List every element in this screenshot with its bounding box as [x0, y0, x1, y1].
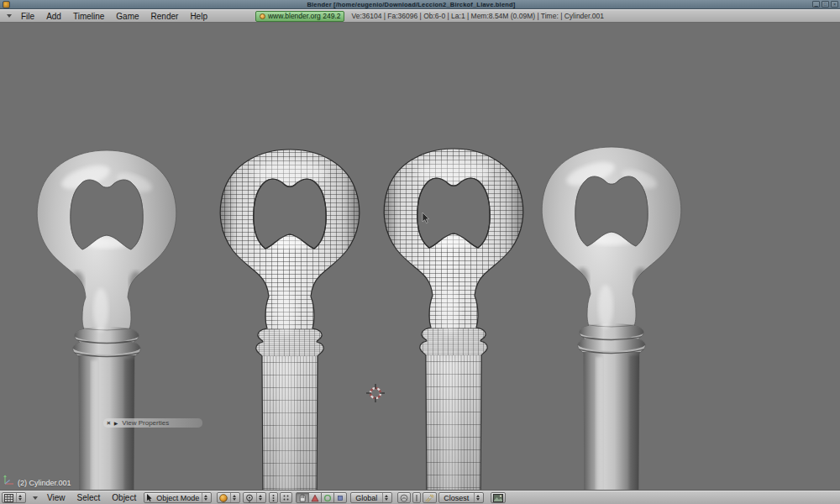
panel-expand-icon[interactable]: ▶: [114, 421, 118, 426]
blender-window: Blender [/home/eugenio/Download/Leccion2…: [0, 0, 840, 504]
menu-select[interactable]: Select: [71, 493, 107, 502]
blender-version-badge[interactable]: www.blender.org 249.2: [255, 11, 344, 22]
key-object-wireframe-2[interactable]: [382, 147, 525, 491]
rotate-circle-icon: [323, 494, 332, 502]
pivot-point-icon: [245, 494, 254, 502]
mode-dropdown-label: Object Mode: [156, 494, 199, 502]
mini-axis-gizmo-icon: [3, 473, 16, 486]
cursor-3d-icon: [366, 384, 385, 402]
mouse-cursor-icon: [423, 213, 429, 223]
menu-render[interactable]: Render: [145, 12, 185, 21]
menu-view[interactable]: View: [41, 493, 71, 502]
blender-org-icon: [260, 13, 265, 19]
view-properties-panel[interactable]: × ▶ View Properties: [103, 418, 202, 428]
menu-file[interactable]: File: [15, 12, 40, 21]
key-object-smooth-1[interactable]: [37, 150, 176, 491]
proportional-edit-button[interactable]: [397, 492, 411, 503]
menu-add[interactable]: Add: [40, 12, 67, 21]
viewport-header-collapse-icon[interactable]: [33, 496, 38, 500]
falloff-button[interactable]: [412, 492, 421, 503]
menu-help[interactable]: Help: [184, 12, 213, 21]
close-button[interactable]: ×: [831, 1, 838, 8]
manipulator-rotate-toggle[interactable]: [321, 492, 334, 503]
proportional-edit-icon: [400, 494, 408, 502]
viewport-header: View Select Object Object Mode: [0, 491, 840, 504]
manipulator-translate-toggle[interactable]: [308, 492, 322, 503]
scale-square-icon: [336, 494, 344, 502]
render-image-icon: [493, 494, 503, 502]
orientation-stepper[interactable]: [382, 493, 390, 502]
mode-stepper[interactable]: [202, 493, 209, 502]
editor-type-button[interactable]: [2, 492, 26, 503]
header-collapse-icon[interactable]: [7, 14, 12, 18]
active-object-label: (2) Cylinder.001: [18, 479, 71, 487]
draw-type-stepper[interactable]: [230, 493, 238, 502]
menu-game[interactable]: Game: [110, 12, 144, 21]
snap-mode-label: Closest: [441, 494, 471, 502]
draw-type-dropdown[interactable]: [217, 492, 240, 503]
draw-type-sphere-icon: [219, 494, 228, 502]
orientation-dropdown[interactable]: Global: [350, 492, 392, 503]
dots-grid-icon: [282, 494, 290, 501]
translate-triangle-icon: [311, 494, 319, 502]
window-titlebar[interactable]: Blender [/home/eugenio/Download/Leccion2…: [0, 0, 840, 9]
snap-magnet-icon: [425, 494, 434, 502]
key-object-smooth-2[interactable]: [542, 147, 681, 491]
pivot-dropdown[interactable]: [243, 492, 266, 503]
snap-mode-stepper[interactable]: [474, 493, 481, 502]
orientation-label: Global: [353, 494, 380, 502]
version-label: www.blender.org 249.2: [268, 12, 340, 20]
manipulator-toggle-button[interactable]: [269, 492, 278, 503]
viewport-3d[interactable]: × ▶ View Properties (2) Cylinder.001: [0, 23, 840, 491]
pivot-stepper[interactable]: [256, 493, 264, 502]
key-object-wireframe-1[interactable]: [218, 148, 361, 491]
dots-column-icon: [271, 494, 276, 502]
manipulator-hand-toggle[interactable]: [296, 492, 309, 503]
editor-type-stepper[interactable]: [16, 493, 24, 502]
manipulator-scale-toggle[interactable]: [333, 492, 347, 503]
menu-object[interactable]: Object: [106, 493, 142, 502]
manipulator-axes-button[interactable]: [280, 492, 292, 503]
snap-button[interactable]: [423, 492, 437, 503]
minimize-button[interactable]: ▁: [812, 1, 820, 8]
panel-close-icon[interactable]: ×: [107, 420, 111, 427]
scene-statistics: Ve:36104 | Fa:36096 | Ob:6-0 | La:1 | Me…: [351, 12, 604, 20]
menu-timeline[interactable]: Timeline: [67, 12, 110, 21]
separator-dots-icon: [415, 494, 418, 502]
hand-icon: [298, 493, 307, 502]
panel-title: View Properties: [122, 419, 169, 427]
render-preview-button[interactable]: [491, 492, 506, 503]
window-title: Blender [/home/eugenio/Download/Leccion2…: [10, 1, 812, 8]
editor-grid-icon: [4, 494, 13, 502]
mode-pointer-icon: [146, 494, 154, 502]
maximize-button[interactable]: □: [822, 1, 829, 8]
mode-dropdown[interactable]: Object Mode: [144, 492, 212, 503]
info-header: File Add Timeline Game Render Help www.b…: [0, 9, 840, 23]
blender-app-icon: [3, 1, 10, 8]
snap-mode-dropdown[interactable]: Closest: [438, 492, 484, 503]
